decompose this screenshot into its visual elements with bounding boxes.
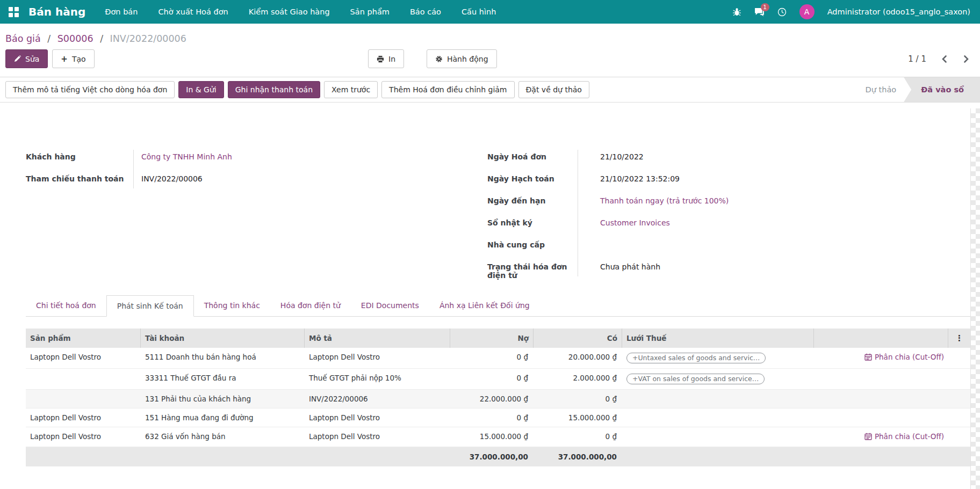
table-row[interactable]: 131 Phải thu của khách hàng INV/2022/000… [26,390,970,408]
edit-button[interactable]: Sửa [5,49,48,68]
user-menu[interactable]: Administrator (odoo15_anglo_saxon) [827,8,970,16]
calendar-icon [864,353,872,361]
cell-debit: 22.000.000 ₫ [450,390,534,408]
col-header-co[interactable]: Có [534,329,622,348]
breadcrumb-separator: / [100,33,103,44]
statusbar-row: Thêm mô tả tiếng Việt cho dòng hóa đơn I… [0,77,980,103]
cell-account: 632 Giá vốn hàng bán [141,427,305,447]
table-row[interactable]: Laptopn Dell Vostro 632 Giá vốn hàng bán… [26,427,970,447]
app-name[interactable]: Bán hàng [28,5,85,18]
cell-credit: 2.000.000 ₫ [534,369,622,390]
preview-button[interactable]: Xem trước [324,81,378,98]
tab-phat-sinh-ke-toan[interactable]: Phát sinh Kế toán [106,295,194,317]
create-button[interactable]: + Tạo [52,49,94,68]
col-header-no[interactable]: Nợ [450,329,534,348]
register-payment-button[interactable]: Ghi nhận thanh toán [228,81,320,98]
cutoff-label: Phân chia (Cut-Off) [875,432,944,441]
form-sheet: Khách hàng Công ty TNHH Minh Anh Tham ch… [0,103,980,466]
toggle-columns-icon[interactable]: ⋮ [955,333,963,343]
breadcrumb: Báo giá / S00006 / INV/2022/00006 [0,24,980,46]
cell-product: Laptopn Dell Vostro [26,427,141,447]
field-value-ngay-hoa-don[interactable]: 21/10/2022 [578,148,644,170]
menu-don-ban[interactable]: Đơn bán [105,8,138,16]
cell-account: 131 Phải thu của khách hàng [141,390,305,408]
print-button-label: In [388,55,395,63]
add-vn-description-button[interactable]: Thêm mô tả tiếng Việt cho dòng hóa đơn [5,81,175,98]
field-value-ngay-hach-toan[interactable]: 21/10/2022 13:52:09 [578,170,680,192]
pager-prev-icon[interactable] [940,55,948,63]
tax-grid-pill[interactable]: +Untaxed sales of goods and servic… [626,353,766,363]
messages-icon[interactable]: 1 [754,8,765,17]
pager: 1 / 1 [908,54,970,64]
apps-grid-icon[interactable] [9,7,19,17]
cutoff-button[interactable]: Phân chia (Cut-Off) [864,432,944,441]
topbar-right: 1 A Administrator (odoo15_anglo_saxon) [732,4,970,19]
menu-cau-hinh[interactable]: Cấu hình [462,8,496,16]
breadcrumb-current: INV/2022/00006 [110,33,186,44]
control-panel: Sửa + Tạo In Hành động 1 / 1 [0,46,980,77]
activity-clock-icon[interactable] [777,8,787,17]
center-controls: In Hành động [368,49,497,68]
pager-counter: 1 / 1 [908,54,926,64]
avatar[interactable]: A [799,4,815,19]
field-group-left: Khách hàng Công ty TNHH Minh Anh Tham ch… [26,148,462,192]
cell-credit: 0 ₫ [534,427,622,447]
statusbar: Dự thảo Đã vào sổ [860,77,980,102]
bug-icon[interactable] [732,8,741,17]
field-label-nha-cung-cap: Nhà cung cấp [487,236,578,258]
main-menu: Đơn bán Chờ xuất Hoá đơn Kiểm soát Giao … [105,8,496,16]
reset-to-draft-button[interactable]: Đặt về dự thảo [518,81,589,98]
col-header-san-pham[interactable]: Sản phẩm [26,329,141,348]
breadcrumb-s00006[interactable]: S00006 [57,33,93,44]
send-print-button[interactable]: In & Gửi [178,81,224,98]
table-row[interactable]: 33311 Thuế GTGT đầu ra Thuế GTGT phải nộ… [26,369,970,390]
action-button[interactable]: Hành động [427,49,497,68]
transparent-edge-strip [970,108,980,489]
tab-chi-tiet-hoa-don[interactable]: Chi tiết hoá đơn [26,295,106,316]
tax-grid-pill[interactable]: +VAT on sales of goods and service… [626,374,765,384]
field-label-khach-hang: Khách hàng [26,148,133,170]
col-header-mo-ta[interactable]: Mô tả [305,329,450,348]
status-draft[interactable]: Dự thảo [860,77,904,102]
tab-hoa-don-dien-tu[interactable]: Hóa đơn điện tử [270,295,351,316]
col-header-luoi-thue[interactable]: Lưới Thuế [622,329,814,348]
total-credit: 37.000.000,00 [534,447,622,466]
table-row[interactable]: Laptopn Dell Vostro 5111 Doanh thu bán h… [26,348,970,369]
field-label-so-nhat-ky: Sổ nhật ký [487,214,578,236]
table-row[interactable]: Laptopn Dell Vostro 151 Hàng mua đang đi… [26,408,970,427]
action-gear-icon [435,55,443,63]
col-header-tai-khoan[interactable]: Tài khoản [141,329,305,348]
messages-count-badge: 1 [761,3,769,11]
table-total-row: 37.000.000,00 37.000.000,00 [26,447,970,466]
status-posted[interactable]: Đã vào sổ [904,77,980,102]
field-label-ngay-hoa-don: Ngày Hoá đơn [487,148,578,170]
cell-product [26,369,141,390]
field-value-ngay-den-han[interactable]: Thanh toán ngay (trả trước 100%) [578,192,729,214]
menu-san-pham[interactable]: Sản phẩm [350,8,390,16]
tab-anh-xa-lien-ket[interactable]: Ánh xạ Liên kết Đối ứng [429,295,540,316]
field-value-so-nhat-ky[interactable]: Customer Invoices [578,214,670,236]
menu-cho-xuat-hoa-don[interactable]: Chờ xuất Hoá đơn [158,8,228,16]
cell-debit: 0 ₫ [450,369,534,390]
menu-bao-cao[interactable]: Báo cáo [410,8,441,16]
cell-account: 151 Hàng mua đang đi đường [141,408,305,427]
cell-label: Laptopn Dell Vostro [305,348,450,369]
field-value-nha-cung-cap[interactable] [578,236,600,258]
tab-thong-tin-khac[interactable]: Thông tin khác [194,295,270,316]
field-value-trang-thai-hddt[interactable]: Chưa phát hành [578,258,660,280]
field-group-right: Ngày Hoá đơn 21/10/2022 Ngày Hạch toán 2… [487,148,970,280]
create-plus-icon: + [61,54,68,64]
tab-edi-documents[interactable]: EDI Documents [351,295,429,316]
cutoff-button[interactable]: Phân chia (Cut-Off) [864,353,944,361]
print-button[interactable]: In [368,49,404,68]
edit-pencil-icon [14,55,21,62]
cell-debit: 15.000.000 ₫ [450,427,534,447]
field-value-khach-hang[interactable]: Công ty TNHH Minh Anh [133,148,232,170]
field-value-tham-chieu[interactable]: INV/2022/00006 [133,170,203,192]
menu-kiem-soat-giao-hang[interactable]: Kiểm soát Giao hàng [249,8,330,16]
cell-product [26,390,141,408]
add-credit-note-button[interactable]: Thêm Hoá đơn điều chỉnh giảm [381,81,514,98]
table-header-row: Sản phẩm Tài khoản Mô tả Nợ Có Lưới Thuế… [26,329,970,348]
breadcrumb-bao-gia[interactable]: Báo giá [5,33,41,44]
pager-next-icon[interactable] [962,55,970,63]
